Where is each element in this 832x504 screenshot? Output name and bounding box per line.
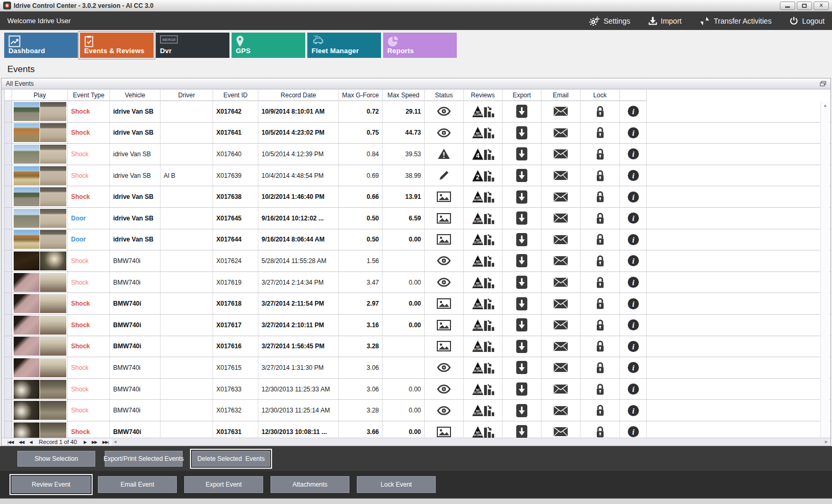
lock-cell[interactable] [580,400,620,421]
review-score-icon[interactable]: NOSCORE [472,125,495,140]
column-header-status[interactable]: Status [425,89,464,101]
export-icon[interactable] [516,404,528,418]
row-selector[interactable] [5,250,12,271]
review-score-icon[interactable]: NOSCORE [472,254,495,268]
lock-cell[interactable] [580,165,620,186]
table-row[interactable]: ShockBMW740iX0176163/27/2014 1:56:45 PM3… [5,336,830,358]
table-row[interactable]: Shockidrive Van SBX01763810/2/2014 1:46:… [5,186,830,208]
lock-icon[interactable] [595,319,605,331]
event-video-thumbnail[interactable] [14,401,66,420]
event-video-thumbnail[interactable] [14,294,66,313]
info-icon[interactable]: i [627,383,639,395]
lock-icon[interactable] [595,297,605,310]
next-record-button[interactable]: ▶ [84,440,86,445]
info-cell[interactable]: i [620,208,647,229]
tab-dashboard[interactable]: Dashboard [4,33,78,58]
review-score-icon[interactable]: NOSCORE [472,425,495,438]
email-icon[interactable] [553,427,568,437]
play-cell[interactable] [12,186,68,207]
scroll-right-icon[interactable]: ▶ [825,440,828,444]
row-selector[interactable] [5,293,12,314]
play-cell[interactable] [12,272,68,293]
tab-events-reviews[interactable]: Events & Reviews [80,33,154,58]
lock-icon[interactable] [595,426,605,438]
column-header-event-id[interactable]: Event ID [213,89,258,101]
export-cell[interactable] [503,272,542,293]
export-icon[interactable] [516,425,528,438]
export-icon[interactable] [516,190,528,204]
reviews-cell[interactable]: NOSCORE [464,272,503,293]
play-cell[interactable] [12,101,68,122]
lock-icon[interactable] [595,276,605,289]
event-video-thumbnail[interactable] [14,422,66,438]
email-icon[interactable] [553,213,568,223]
export-icon[interactable] [516,211,528,225]
table-row[interactable]: ShockBMW740iX01763212/30/2013 11:25:14 A… [5,400,830,421]
table-row[interactable]: Shockidrive Van SBX01764110/5/2014 4:23:… [5,123,830,144]
lock-icon[interactable] [595,212,605,225]
row-selector[interactable] [5,101,12,122]
info-cell[interactable]: i [620,379,647,400]
table-row[interactable]: Shockidrive Van SBX01764210/9/2014 8:10:… [5,101,830,123]
reviews-cell[interactable]: NOSCORE [464,250,503,271]
export-cell[interactable] [503,379,542,400]
reviews-cell[interactable]: NOSCORE [464,379,503,400]
column-header-blank[interactable] [5,89,12,101]
export-icon[interactable] [516,254,528,268]
event-video-thumbnail[interactable] [14,273,66,292]
email-cell[interactable] [542,186,580,207]
email-icon[interactable] [553,341,568,351]
tab-reports[interactable]: Reports [383,33,457,58]
row-selector[interactable] [5,123,12,144]
reviews-cell[interactable]: 4 [464,144,503,165]
email-cell[interactable] [542,272,580,293]
export-icon[interactable] [516,126,528,140]
table-row[interactable]: Shockidrive Van SBAl BX01763910/4/2014 4… [5,165,830,187]
lock-cell[interactable] [580,229,620,250]
table-row[interactable]: ShockBMW740iX0176245/28/2014 11:55:28 AM… [5,250,830,272]
row-selector[interactable] [5,315,12,336]
play-cell[interactable] [12,144,68,165]
event-video-thumbnail[interactable] [14,145,66,164]
review-score-icon[interactable]: NOSCORE [472,296,495,311]
info-icon[interactable]: i [627,127,639,139]
email-icon[interactable] [553,149,568,159]
export-icon[interactable] [516,168,528,183]
reviews-cell[interactable]: NOSCORE [464,315,503,336]
lock-icon[interactable] [595,148,605,160]
event-video-thumbnail[interactable] [14,380,66,399]
info-cell[interactable]: i [620,336,647,357]
table-row[interactable]: ShockBMW740iX01763112/30/2013 10:08:11 .… [5,421,830,438]
lock-cell[interactable] [580,315,620,336]
play-cell[interactable] [12,336,68,357]
info-icon[interactable]: i [627,340,639,352]
review-event-button[interactable]: Review Event [12,476,91,493]
info-icon[interactable]: i [627,405,639,417]
reviews-cell[interactable]: NOSCORE [464,293,503,314]
event-video-thumbnail[interactable] [14,337,66,356]
minimize-button[interactable] [780,2,795,10]
lock-icon[interactable] [595,169,605,182]
lock-icon[interactable] [595,105,605,118]
email-cell[interactable] [542,400,580,421]
email-icon[interactable] [553,170,568,180]
vertical-scrollbar[interactable]: ▲ [820,101,829,438]
email-cell[interactable] [542,101,580,122]
info-cell[interactable]: i [620,357,647,378]
tab-fleet-manager[interactable]: Fleet Manager [307,33,381,58]
previous-record-button[interactable]: ◀ [29,440,32,445]
row-selector[interactable] [5,272,12,293]
export-cell[interactable] [503,336,542,357]
table-row[interactable]: ShockBMW740iX0176173/27/2014 2:10:11 PM3… [5,315,830,336]
lock-icon[interactable] [595,126,605,139]
lock-cell[interactable] [580,357,620,378]
column-header-reviews[interactable]: Reviews [464,89,503,101]
email-cell[interactable] [542,379,580,400]
review-score-icon[interactable]: NOSCORE [472,275,495,290]
info-icon[interactable]: i [627,426,639,438]
export-cell[interactable] [503,123,542,144]
export-event-button[interactable]: Export Event [184,476,263,493]
info-cell[interactable]: i [620,272,647,293]
panel-restore-icon[interactable] [820,81,826,86]
info-icon[interactable]: i [627,148,639,160]
